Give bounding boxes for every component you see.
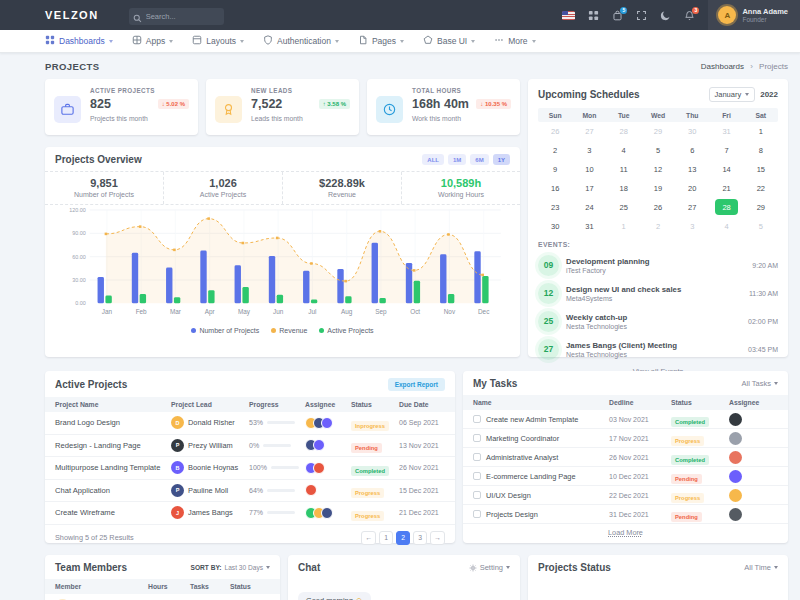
- project-name[interactable]: Multipurpose Landing Template: [55, 463, 171, 472]
- range-button-1m[interactable]: 1M: [448, 154, 466, 165]
- task-checkbox[interactable]: [473, 415, 481, 423]
- tasks-filter-select[interactable]: All Tasks: [742, 379, 778, 388]
- task-name[interactable]: Marketing Coordinator: [486, 434, 559, 443]
- calendar-day[interactable]: 30: [675, 122, 709, 141]
- language-flag-icon[interactable]: [562, 11, 575, 20]
- task-name-cell: Projects Design: [473, 510, 609, 519]
- calendar-day[interactable]: 17: [572, 179, 606, 198]
- calendar-day[interactable]: 26: [641, 198, 675, 217]
- export-report-button[interactable]: Export Report: [388, 378, 445, 391]
- month-select[interactable]: January: [709, 87, 756, 102]
- notifications-bell-icon[interactable]: 3: [684, 10, 695, 21]
- calendar-day[interactable]: 25: [607, 198, 641, 217]
- calendar-day[interactable]: 4: [607, 141, 641, 160]
- pagination-page-1[interactable]: 1: [379, 531, 393, 545]
- chat-setting-menu[interactable]: Setting: [469, 563, 510, 572]
- project-name[interactable]: Chat Application: [55, 486, 171, 495]
- calendar-day[interactable]: 20: [675, 179, 709, 198]
- nav-item-base-ui[interactable]: Base UI: [423, 35, 475, 47]
- task-name[interactable]: Projects Design: [486, 510, 538, 519]
- nav-item-dashboards[interactable]: Dashboards: [45, 35, 113, 47]
- calendar-day[interactable]: 30: [538, 217, 572, 236]
- table-row: E-commerce Landing Page10 Dec 2021Pendin…: [463, 467, 788, 486]
- nav-item-authentication[interactable]: Authentication: [263, 35, 339, 47]
- nav-item-pages[interactable]: Pages: [358, 35, 404, 47]
- calendar-day[interactable]: 4: [709, 217, 743, 236]
- calendar-day[interactable]: 27: [572, 122, 606, 141]
- calendar-day[interactable]: 31: [572, 217, 606, 236]
- weekday-label: Tue: [607, 108, 641, 122]
- calendar-day[interactable]: 1: [744, 122, 778, 141]
- calendar-day[interactable]: 3: [675, 217, 709, 236]
- range-button-6m[interactable]: 6M: [470, 154, 488, 165]
- calendar-day[interactable]: 13: [675, 160, 709, 179]
- calendar-day[interactable]: 31: [709, 122, 743, 141]
- calendar-day[interactable]: 16: [538, 179, 572, 198]
- cart-icon[interactable]: 5: [612, 10, 623, 21]
- calendar-day[interactable]: 29: [744, 198, 778, 217]
- project-name[interactable]: Create Wireframe: [55, 508, 171, 517]
- calendar-day[interactable]: 23: [538, 198, 572, 217]
- task-name[interactable]: Administrative Analyst: [486, 453, 558, 462]
- pagination-page-2[interactable]: 2: [396, 531, 410, 545]
- dark-mode-moon-icon[interactable]: [660, 10, 671, 21]
- task-checkbox[interactable]: [473, 491, 481, 499]
- task-checkbox[interactable]: [473, 434, 481, 442]
- app-logo[interactable]: VELZON: [45, 9, 99, 21]
- calendar-day[interactable]: 6: [675, 141, 709, 160]
- calendar-day[interactable]: 7: [709, 141, 743, 160]
- nav-item-apps[interactable]: Apps: [132, 35, 173, 47]
- calendar-day[interactable]: 21: [709, 179, 743, 198]
- calendar-day[interactable]: 29: [641, 122, 675, 141]
- task-name[interactable]: UI/UX Design: [486, 491, 531, 500]
- range-button-all[interactable]: ALL: [422, 154, 444, 165]
- task-checkbox[interactable]: [473, 453, 481, 461]
- event-item[interactable]: 12Design new UI and check salesMeta4Syst…: [538, 279, 778, 307]
- calendar-day[interactable]: 24: [572, 198, 606, 217]
- project-name[interactable]: Brand Logo Design: [55, 418, 171, 427]
- event-item[interactable]: 27James Bangs (Client) MeetingNesta Tech…: [538, 335, 778, 363]
- sort-by-select[interactable]: SORT BY: Last 30 Days: [191, 564, 271, 571]
- nav-item-layouts[interactable]: Layouts: [192, 35, 244, 47]
- task-checkbox[interactable]: [473, 510, 481, 518]
- user-menu[interactable]: A Anna Adame Founder: [708, 0, 800, 30]
- task-name[interactable]: E-commerce Landing Page: [486, 472, 576, 481]
- search-input[interactable]: [129, 8, 224, 25]
- event-item[interactable]: 09Development planningiTest Factory9:20 …: [538, 251, 778, 279]
- breadcrumb-dashboards[interactable]: Dashboards: [701, 62, 744, 71]
- calendar-day[interactable]: 19: [641, 179, 675, 198]
- calendar-day-selected[interactable]: 28: [709, 198, 743, 217]
- calendar-day[interactable]: 2: [641, 217, 675, 236]
- pagination-next[interactable]: →: [430, 531, 445, 545]
- pagination-page-3[interactable]: 3: [413, 531, 427, 545]
- calendar-day[interactable]: 15: [744, 160, 778, 179]
- calendar-day[interactable]: 5: [744, 217, 778, 236]
- calendar-day[interactable]: 27: [675, 198, 709, 217]
- svg-text:0.00: 0.00: [75, 300, 86, 306]
- calendar-day[interactable]: 5: [641, 141, 675, 160]
- calendar-day[interactable]: 8: [744, 141, 778, 160]
- task-checkbox[interactable]: [473, 472, 481, 480]
- apps-grid-icon[interactable]: [588, 10, 599, 21]
- calendar-day[interactable]: 10: [572, 160, 606, 179]
- calendar-day[interactable]: 9: [538, 160, 572, 179]
- calendar-day[interactable]: 26: [538, 122, 572, 141]
- load-more-link[interactable]: Load More: [463, 524, 788, 541]
- status-filter-select[interactable]: All Time: [744, 563, 778, 572]
- calendar-day[interactable]: 11: [607, 160, 641, 179]
- calendar-day[interactable]: 1: [607, 217, 641, 236]
- task-name[interactable]: Create new Admin Template: [486, 415, 578, 424]
- calendar-day[interactable]: 22: [744, 179, 778, 198]
- calendar-day[interactable]: 12: [641, 160, 675, 179]
- range-button-1y[interactable]: 1Y: [493, 154, 510, 165]
- calendar-day[interactable]: 18: [607, 179, 641, 198]
- event-item[interactable]: 25Weekly catch-upNesta Technologies02:00…: [538, 307, 778, 335]
- fullscreen-icon[interactable]: [636, 10, 647, 21]
- pagination-prev[interactable]: ←: [361, 531, 376, 545]
- calendar-day[interactable]: 3: [572, 141, 606, 160]
- calendar-day[interactable]: 28: [607, 122, 641, 141]
- nav-item-more[interactable]: More: [494, 35, 535, 47]
- calendar-day[interactable]: 14: [709, 160, 743, 179]
- project-name[interactable]: Redesign - Landing Page: [55, 441, 171, 450]
- calendar-day[interactable]: 2: [538, 141, 572, 160]
